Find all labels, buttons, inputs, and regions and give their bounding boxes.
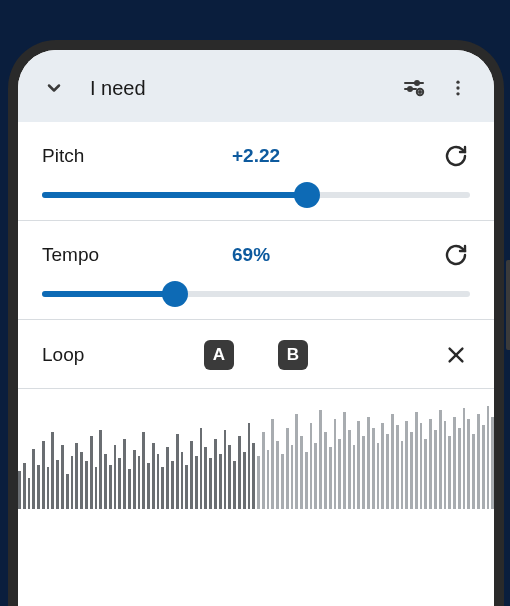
loop-marker-a-button[interactable]: A (204, 340, 234, 370)
waveform-bar (56, 460, 59, 510)
waveform-bar (348, 430, 351, 509)
waveform-bar (391, 414, 394, 509)
waveform-bar (176, 434, 179, 509)
loop-label: Loop (42, 344, 192, 366)
waveform-bar (61, 445, 64, 509)
waveform-bar (487, 406, 490, 509)
waveform-bar (166, 447, 169, 509)
waveform-bar (104, 454, 107, 509)
waveform-bar (286, 428, 289, 509)
svg-point-3 (408, 87, 412, 91)
tempo-reset-button[interactable] (442, 241, 470, 269)
svg-point-7 (456, 86, 459, 89)
waveform-bar (190, 441, 193, 509)
collapse-button[interactable] (38, 72, 70, 104)
waveform-bar (147, 463, 150, 509)
waveform-bar (248, 423, 251, 509)
track-title: I need (82, 77, 386, 100)
waveform-bar (310, 423, 313, 509)
loop-row: Loop A B (18, 320, 494, 388)
waveform-bar (171, 461, 174, 509)
more-vertical-icon (448, 78, 468, 98)
pitch-value[interactable]: +2.22 (162, 145, 442, 167)
waveform-bar (138, 456, 141, 509)
svg-point-6 (456, 81, 459, 84)
waveform-bar (444, 421, 447, 509)
waveform-bar (353, 445, 356, 509)
waveform-bar (75, 443, 78, 509)
waveform-bar (71, 456, 74, 509)
sliders-gear-icon (402, 76, 426, 100)
waveform-bar (477, 414, 480, 509)
waveform-bar (295, 414, 298, 509)
waveform-bar (458, 428, 461, 509)
pitch-slider-thumb[interactable] (294, 182, 320, 208)
waveform-bar (51, 432, 54, 509)
more-button[interactable] (442, 72, 474, 104)
pitch-row: Pitch +2.22 (18, 122, 494, 178)
waveform-bar (319, 410, 322, 509)
chevron-down-icon (44, 78, 64, 98)
waveform-bar (161, 467, 164, 509)
waveform-bar (80, 452, 83, 509)
settings-button[interactable] (398, 72, 430, 104)
waveform-bar (448, 436, 451, 509)
waveform-bar (381, 423, 384, 509)
waveform-bar (224, 430, 227, 509)
tempo-label: Tempo (42, 244, 162, 266)
waveform-bar (467, 419, 470, 509)
waveform-bar (18, 471, 21, 510)
pitch-slider-track (42, 192, 470, 198)
waveform-bar (343, 412, 346, 509)
waveform-bar (157, 454, 160, 509)
waveform-bar (372, 428, 375, 509)
waveform-bar (415, 412, 418, 509)
svg-point-2 (415, 81, 419, 85)
waveform-bar (329, 447, 332, 509)
waveform-bar (23, 463, 26, 509)
waveform-bar (47, 467, 50, 509)
tempo-slider[interactable] (18, 277, 494, 319)
waveform-bar (195, 456, 198, 509)
waveform-bar (420, 423, 423, 509)
waveform-bar (152, 443, 155, 509)
waveform-bar (95, 467, 98, 509)
waveform-bar (334, 419, 337, 509)
waveform-bar (238, 436, 241, 509)
waveform-bar (200, 428, 203, 509)
waveform-bar (28, 478, 31, 509)
loop-clear-button[interactable] (442, 341, 470, 369)
waveform-bar (214, 439, 217, 509)
waveform-bar (362, 436, 365, 509)
waveform-bar (491, 417, 494, 509)
waveform-bar (291, 445, 294, 509)
pitch-reset-button[interactable] (442, 142, 470, 170)
waveform-bar (66, 474, 69, 509)
tempo-value[interactable]: 69% (162, 244, 442, 266)
svg-point-5 (419, 91, 421, 93)
waveform-bar (439, 410, 442, 509)
waveform-bar (185, 465, 188, 509)
waveform-bar (367, 417, 370, 509)
svg-point-8 (456, 92, 459, 95)
waveform-bar (252, 443, 255, 509)
waveform-bar (128, 469, 131, 509)
waveform-bar (42, 441, 45, 509)
waveform-bar (472, 434, 475, 509)
waveform-bar (276, 441, 279, 509)
tempo-slider-thumb[interactable] (162, 281, 188, 307)
loop-marker-b-button[interactable]: B (278, 340, 308, 370)
waveform[interactable] (18, 389, 494, 509)
waveform-bar (204, 447, 207, 509)
waveform-bar (142, 432, 145, 509)
waveform-bar (396, 425, 399, 509)
pitch-slider[interactable] (18, 178, 494, 220)
waveform-bar (377, 443, 380, 509)
waveform-bar (271, 419, 274, 509)
close-icon (445, 344, 467, 366)
waveform-bar (463, 408, 466, 509)
waveform-bar (228, 445, 231, 509)
waveform-bar (262, 432, 265, 509)
waveform-bar (405, 421, 408, 509)
waveform-bar (181, 452, 184, 509)
